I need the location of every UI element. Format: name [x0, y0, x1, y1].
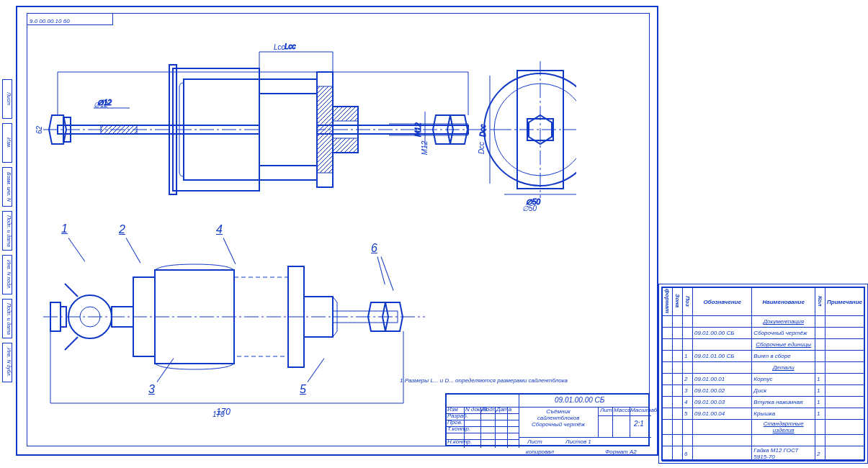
tb-tkontr: Т.контр.: [447, 426, 470, 432]
bottom-view: 170: [43, 238, 447, 425]
dim-170: 170: [212, 410, 225, 418]
svg-line-48: [65, 337, 78, 350]
svg-rect-11: [333, 107, 358, 121]
title-block: 09.01.00.00 СБ Изм N докум. Подп. Дата Р…: [445, 393, 650, 446]
tb-scalelbl: Масштаб: [630, 407, 657, 413]
binding-tabs: Лист Изм. Взам. инв. N Подп. и дата Инв.…: [2, 79, 14, 439]
tb-podp: Подп.: [482, 406, 497, 413]
tb-mass: Масса: [614, 407, 631, 413]
side-tab: Подп. и дата: [2, 299, 12, 338]
footer-format: Формат А2: [605, 449, 637, 455]
tb-razrab: Разраб.: [447, 413, 468, 419]
bom-outer-frame: [658, 284, 868, 464]
footer-koprival: копировал: [526, 449, 554, 455]
tb-sheets: Листов 1: [565, 438, 591, 445]
tb-prov: Пров.: [447, 419, 462, 426]
svg-rect-9: [317, 86, 333, 173]
side-tab: Инв. N подл.: [2, 255, 12, 294]
tb-izm: Изм: [447, 406, 458, 413]
balloon-6: 6: [371, 242, 377, 255]
balloon-5: 5: [300, 383, 306, 396]
tb-sheet: Лист: [527, 438, 542, 445]
svg-text:M12: M12: [414, 122, 422, 137]
tb-scale: 2:1: [634, 420, 644, 428]
tb-name1: Съёмник: [519, 408, 598, 415]
side-tab: Инв. N дубл.: [2, 343, 12, 382]
side-tab: Подп. и дата: [2, 211, 12, 251]
svg-rect-2: [101, 125, 137, 134]
balloon-4: 4: [216, 223, 223, 236]
dim-L: Lсс: [274, 43, 285, 51]
tb-nkontr: Н.контр.: [447, 438, 472, 445]
side-tab: Взам. инв. N: [2, 167, 12, 207]
side-tab: Изм.: [2, 123, 12, 163]
note-text: 1 Размеры L... и D... определяются разме…: [400, 377, 601, 384]
dim-d12: ∅12: [94, 101, 108, 109]
side-tab: Лист: [2, 79, 12, 119]
top-section-view: 62 ∅12 Lсс M12 Dсс ∅50: [43, 43, 576, 216]
tb-name2: сайлентблоков: [519, 415, 598, 421]
dim-M12: M12: [421, 141, 429, 155]
dim-d50: ∅50: [522, 204, 537, 212]
tb-drawing-no: 09.01.00.00 СБ: [555, 396, 604, 404]
drawing-id-box: 9.0 00.00.10 60: [27, 13, 113, 25]
svg-text:Dсс: Dсс: [479, 125, 487, 137]
svg-text:Lсс: Lсс: [285, 43, 296, 50]
dim-62: 62: [35, 126, 43, 134]
drawing-id: 9.0 00.00.10 60: [27, 18, 70, 24]
balloon-2: 2: [119, 223, 125, 236]
dim-Dsc: Dсс: [478, 142, 486, 154]
svg-rect-7: [259, 94, 317, 166]
balloon-1: 1: [61, 222, 68, 235]
svg-rect-12: [333, 138, 358, 153]
svg-line-47: [65, 284, 78, 297]
tb-data: Дата: [496, 406, 511, 413]
tb-name3: Сборочный чертёж: [519, 421, 598, 428]
balloon-3: 3: [148, 383, 155, 396]
tb-lit: Лит: [600, 407, 612, 413]
